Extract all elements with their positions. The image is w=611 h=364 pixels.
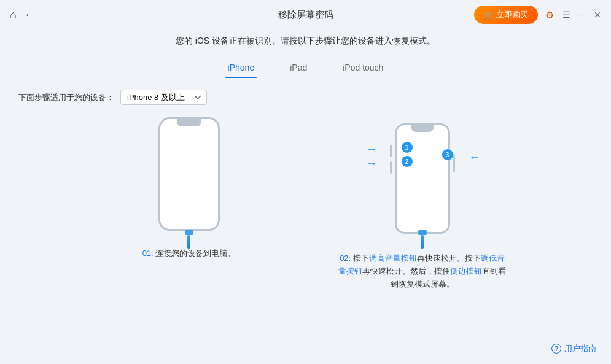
- app-title: 移除屏幕密码: [278, 9, 333, 21]
- help-label: 用户指南: [564, 343, 596, 354]
- window-controls: ⚙ ☰ ─ ✕: [545, 9, 601, 21]
- step2-highlight-3: 侧边按钮: [450, 266, 482, 276]
- usb-connector-2: [418, 230, 427, 249]
- minimize-icon[interactable]: ─: [579, 10, 585, 20]
- tab-iphone[interactable]: iPhone: [225, 58, 257, 77]
- instruction-text: 您的 iOS 设备正在被识别。请按以下步骤让您的设备进入恢复模式。: [18, 36, 593, 47]
- arrow-side-button: ←: [469, 151, 480, 164]
- phone-notch-2: [411, 125, 434, 132]
- step2-label: 02: 按下调高音量按钮再快速松开。按下调低音量按钮再快速松开。然后，按住侧边按…: [337, 252, 508, 290]
- arrow-volume-down: →: [366, 157, 377, 170]
- device-selector-label: 下面步骤适用于您的设备：: [18, 92, 114, 103]
- step1-desc: 连接您的设备到电脑。: [155, 249, 235, 258]
- badge-1: 1: [402, 142, 413, 153]
- title-bar: ⌂ ← 移除屏幕密码 🛒 立即购买 ⚙ ☰ ─ ✕: [0, 0, 611, 29]
- arrow-volume-up: →: [366, 143, 377, 156]
- phone-body-2: [395, 123, 450, 234]
- main-content: 您的 iOS 设备正在被识别。请按以下步骤让您的设备进入恢复模式。 iPhone…: [0, 29, 611, 303]
- help-icon: ?: [551, 344, 561, 354]
- buy-button[interactable]: 🛒 立即购买: [474, 6, 538, 24]
- step-2: → → ← 1 2 3 02: 按下调高音量按钮再快速松开。按下调低音量按钮再快…: [324, 117, 521, 290]
- back-icon[interactable]: ←: [24, 9, 35, 21]
- help-link[interactable]: ? 用户指南: [551, 343, 596, 354]
- steps-area: 01: 连接您的设备到电脑。 → → ← 1 2 3: [18, 117, 593, 290]
- step2-desc-part2: 再快速松开。按下: [417, 254, 481, 263]
- volume-up-button-indicator: [390, 145, 392, 157]
- step2-highlight-1: 调高音量按钮: [369, 254, 417, 263]
- title-bar-left: ⌂ ←: [10, 9, 35, 21]
- usb-connector-1: [185, 230, 193, 249]
- step1-phone-illustration: [155, 117, 223, 240]
- step-1: 01: 连接您的设备到电脑。: [91, 117, 287, 260]
- tab-bar: iPhone iPad iPod touch: [18, 58, 593, 77]
- step2-desc-part3: 再快速松开。然后，按住: [362, 266, 450, 276]
- tab-ipad[interactable]: iPad: [287, 58, 309, 77]
- settings-icon[interactable]: ⚙: [545, 9, 554, 21]
- menu-icon[interactable]: ☰: [562, 10, 570, 20]
- cart-icon: 🛒: [484, 10, 494, 20]
- title-bar-right: 🛒 立即购买 ⚙ ☰ ─ ✕: [474, 6, 601, 24]
- step2-number: 02:: [340, 254, 351, 263]
- step1-number: 01:: [142, 249, 154, 258]
- step2-desc-part1: 按下: [353, 254, 369, 263]
- badge-3: 3: [442, 149, 453, 160]
- close-icon[interactable]: ✕: [594, 10, 601, 20]
- tab-ipodtouch[interactable]: iPod touch: [340, 58, 386, 77]
- badge-2: 2: [402, 156, 413, 167]
- step1-label: 01: 连接您的设备到电脑。: [142, 247, 236, 260]
- volume-down-button-indicator: [390, 161, 392, 174]
- phone-body-1: [158, 117, 220, 231]
- step2-phone-illustration: → → ← 1 2 3: [361, 117, 484, 240]
- home-icon[interactable]: ⌂: [10, 9, 17, 21]
- device-select-dropdown[interactable]: iPhone 8 及以上 iPhone 7 iPhone 6s 及以下: [120, 90, 207, 105]
- phone-notch-1: [177, 119, 201, 126]
- device-selector: 下面步骤适用于您的设备： iPhone 8 及以上 iPhone 7 iPhon…: [18, 90, 593, 105]
